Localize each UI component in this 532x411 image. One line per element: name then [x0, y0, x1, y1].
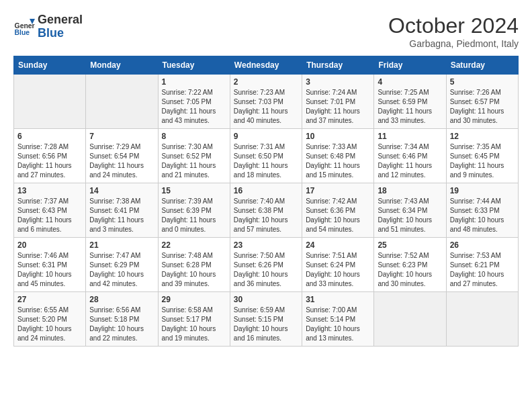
day-cell: 22 Sunrise: 7:48 AMSunset: 6:28 PMDaylig… [158, 238, 230, 292]
day-number: 2 [234, 77, 298, 87]
day-number: 12 [450, 132, 515, 141]
col-header-saturday: Saturday [446, 56, 518, 75]
day-number: 26 [450, 240, 515, 250]
day-detail: Sunrise: 6:58 AMSunset: 5:17 PMDaylight:… [162, 306, 226, 343]
day-number: 29 [162, 295, 226, 304]
day-cell: 6 Sunrise: 7:28 AMSunset: 6:56 PMDayligh… [14, 129, 86, 183]
day-number: 28 [89, 295, 154, 304]
day-cell: 3 Sunrise: 7:24 AMSunset: 7:01 PMDayligh… [302, 75, 374, 129]
col-header-sunday: Sunday [14, 56, 86, 75]
day-number: 22 [162, 240, 226, 250]
svg-text:Blue: Blue [15, 29, 30, 36]
logo-icon: General Blue [13, 16, 35, 38]
day-number: 1 [162, 77, 226, 87]
day-cell: 19 Sunrise: 7:44 AMSunset: 6:33 PMDaylig… [446, 183, 518, 238]
logo-line1: General [38, 13, 83, 27]
day-number: 7 [89, 132, 154, 141]
day-detail: Sunrise: 7:46 AMSunset: 6:31 PMDaylight:… [17, 251, 82, 289]
day-detail: Sunrise: 6:59 AMSunset: 5:15 PMDaylight:… [234, 306, 298, 343]
day-cell: 15 Sunrise: 7:39 AMSunset: 6:39 PMDaylig… [158, 183, 230, 238]
day-cell [14, 75, 86, 129]
day-detail: Sunrise: 7:29 AMSunset: 6:54 PMDaylight:… [89, 142, 154, 180]
day-detail: Sunrise: 6:55 AMSunset: 5:20 PMDaylight:… [17, 306, 82, 343]
day-number: 16 [234, 186, 298, 195]
day-cell: 2 Sunrise: 7:23 AMSunset: 7:03 PMDayligh… [230, 75, 302, 129]
day-cell: 18 Sunrise: 7:43 AMSunset: 6:34 PMDaylig… [374, 183, 446, 238]
day-number: 11 [378, 132, 442, 141]
day-number: 18 [378, 186, 442, 195]
day-cell: 8 Sunrise: 7:30 AMSunset: 6:52 PMDayligh… [158, 129, 230, 183]
week-row-5: 27 Sunrise: 6:55 AMSunset: 5:20 PMDaylig… [14, 292, 519, 347]
day-detail: Sunrise: 7:38 AMSunset: 6:41 PMDaylight:… [89, 197, 154, 234]
day-detail: Sunrise: 7:40 AMSunset: 6:38 PMDaylight:… [234, 197, 298, 234]
day-cell: 25 Sunrise: 7:52 AMSunset: 6:23 PMDaylig… [374, 238, 446, 292]
day-number: 17 [306, 186, 370, 195]
header-row: SundayMondayTuesdayWednesdayThursdayFrid… [14, 56, 519, 75]
day-cell: 20 Sunrise: 7:46 AMSunset: 6:31 PMDaylig… [14, 238, 86, 292]
day-number: 5 [450, 77, 515, 87]
day-cell: 17 Sunrise: 7:42 AMSunset: 6:36 PMDaylig… [302, 183, 374, 238]
day-detail: Sunrise: 7:39 AMSunset: 6:39 PMDaylight:… [162, 197, 226, 234]
day-cell: 1 Sunrise: 7:22 AMSunset: 7:05 PMDayligh… [158, 75, 230, 129]
day-detail: Sunrise: 7:28 AMSunset: 6:56 PMDaylight:… [17, 142, 82, 180]
day-detail: Sunrise: 7:37 AMSunset: 6:43 PMDaylight:… [17, 197, 82, 234]
location: Garbagna, Piedmont, Italy [388, 38, 519, 49]
month-title: October 2024 [388, 13, 519, 38]
day-detail: Sunrise: 7:23 AMSunset: 7:03 PMDaylight:… [234, 88, 298, 126]
day-cell: 24 Sunrise: 7:51 AMSunset: 6:24 PMDaylig… [302, 238, 374, 292]
day-cell [86, 75, 158, 129]
day-number: 19 [450, 186, 515, 195]
day-cell: 30 Sunrise: 6:59 AMSunset: 5:15 PMDaylig… [230, 292, 302, 347]
day-detail: Sunrise: 7:47 AMSunset: 6:29 PMDaylight:… [89, 251, 154, 289]
day-number: 20 [17, 240, 82, 250]
day-cell: 14 Sunrise: 7:38 AMSunset: 6:41 PMDaylig… [86, 183, 158, 238]
col-header-wednesday: Wednesday [230, 56, 302, 75]
day-number: 23 [234, 240, 298, 250]
day-detail: Sunrise: 7:35 AMSunset: 6:45 PMDaylight:… [450, 142, 515, 180]
day-cell: 5 Sunrise: 7:26 AMSunset: 6:57 PMDayligh… [446, 75, 518, 129]
day-detail: Sunrise: 7:31 AMSunset: 6:50 PMDaylight:… [234, 142, 298, 180]
col-header-thursday: Thursday [302, 56, 374, 75]
week-row-4: 20 Sunrise: 7:46 AMSunset: 6:31 PMDaylig… [14, 238, 519, 292]
day-cell [374, 292, 446, 347]
day-detail: Sunrise: 7:25 AMSunset: 6:59 PMDaylight:… [378, 88, 442, 126]
day-cell: 16 Sunrise: 7:40 AMSunset: 6:38 PMDaylig… [230, 183, 302, 238]
day-number: 27 [17, 295, 82, 304]
day-detail: Sunrise: 7:24 AMSunset: 7:01 PMDaylight:… [306, 88, 370, 126]
day-cell: 27 Sunrise: 6:55 AMSunset: 5:20 PMDaylig… [14, 292, 86, 347]
day-detail: Sunrise: 7:48 AMSunset: 6:28 PMDaylight:… [162, 251, 226, 289]
logo: General Blue General Blue [13, 13, 83, 40]
day-cell: 4 Sunrise: 7:25 AMSunset: 6:59 PMDayligh… [374, 75, 446, 129]
day-detail: Sunrise: 7:53 AMSunset: 6:21 PMDaylight:… [450, 251, 515, 289]
day-number: 14 [89, 186, 154, 195]
title-block: October 2024 Garbagna, Piedmont, Italy [388, 13, 519, 49]
page-header: General Blue General Blue October 2024 G… [13, 13, 519, 49]
day-detail: Sunrise: 7:26 AMSunset: 6:57 PMDaylight:… [450, 88, 515, 126]
day-number: 21 [89, 240, 154, 250]
day-cell: 11 Sunrise: 7:34 AMSunset: 6:46 PMDaylig… [374, 129, 446, 183]
day-number: 8 [162, 132, 226, 141]
day-detail: Sunrise: 7:44 AMSunset: 6:33 PMDaylight:… [450, 197, 515, 234]
calendar-table: SundayMondayTuesdayWednesdayThursdayFrid… [13, 56, 519, 347]
day-detail: Sunrise: 7:00 AMSunset: 5:14 PMDaylight:… [306, 306, 370, 343]
day-number: 10 [306, 132, 370, 141]
day-cell: 21 Sunrise: 7:47 AMSunset: 6:29 PMDaylig… [86, 238, 158, 292]
week-row-3: 13 Sunrise: 7:37 AMSunset: 6:43 PMDaylig… [14, 183, 519, 238]
day-detail: Sunrise: 7:51 AMSunset: 6:24 PMDaylight:… [306, 251, 370, 289]
day-number: 24 [306, 240, 370, 250]
day-detail: Sunrise: 7:30 AMSunset: 6:52 PMDaylight:… [162, 142, 226, 180]
day-cell: 23 Sunrise: 7:50 AMSunset: 6:26 PMDaylig… [230, 238, 302, 292]
day-number: 25 [378, 240, 442, 250]
day-cell: 10 Sunrise: 7:33 AMSunset: 6:48 PMDaylig… [302, 129, 374, 183]
day-number: 13 [17, 186, 82, 195]
day-cell: 28 Sunrise: 6:56 AMSunset: 5:18 PMDaylig… [86, 292, 158, 347]
day-detail: Sunrise: 7:43 AMSunset: 6:34 PMDaylight:… [378, 197, 442, 234]
day-cell: 12 Sunrise: 7:35 AMSunset: 6:45 PMDaylig… [446, 129, 518, 183]
logo-text: General Blue [38, 13, 83, 40]
week-row-1: 1 Sunrise: 7:22 AMSunset: 7:05 PMDayligh… [14, 75, 519, 129]
day-cell: 31 Sunrise: 7:00 AMSunset: 5:14 PMDaylig… [302, 292, 374, 347]
day-detail: Sunrise: 7:50 AMSunset: 6:26 PMDaylight:… [234, 251, 298, 289]
day-cell: 9 Sunrise: 7:31 AMSunset: 6:50 PMDayligh… [230, 129, 302, 183]
day-cell: 29 Sunrise: 6:58 AMSunset: 5:17 PMDaylig… [158, 292, 230, 347]
day-detail: Sunrise: 7:42 AMSunset: 6:36 PMDaylight:… [306, 197, 370, 234]
